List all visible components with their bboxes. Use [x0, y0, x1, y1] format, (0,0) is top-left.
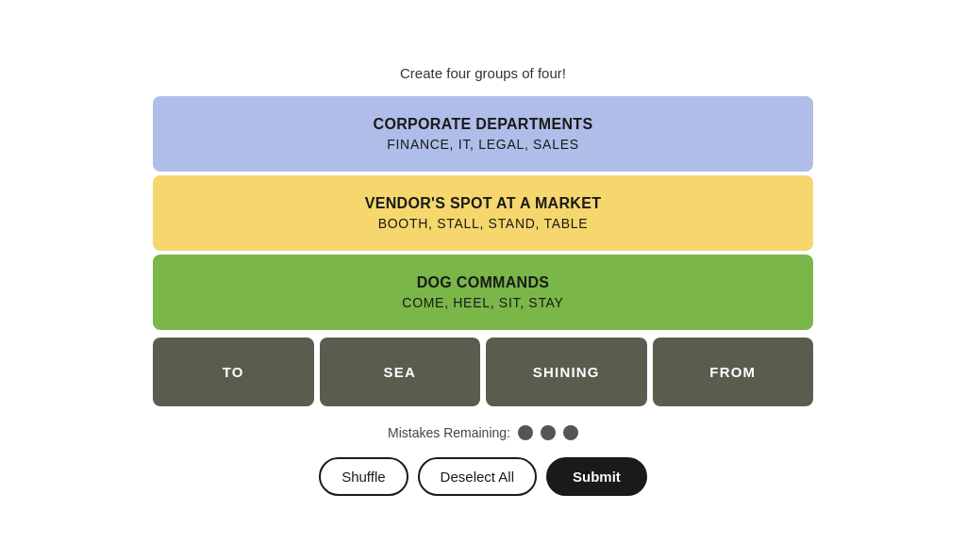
word-tile-from[interactable]: FROM [653, 338, 814, 406]
deselect-all-button[interactable]: Deselect All [418, 457, 537, 496]
group-tile-blue: CORPORATE DEPARTMENTS FINANCE, IT, LEGAL… [153, 96, 813, 172]
buttons-area: Shuffle Deselect All Submit [319, 457, 647, 496]
group-title-green: DOG COMMANDS [417, 274, 550, 291]
word-tile-to[interactable]: TO [153, 338, 314, 406]
mistake-dot-2 [541, 425, 556, 440]
groups-area: CORPORATE DEPARTMENTS FINANCE, IT, LEGAL… [153, 96, 813, 406]
group-tile-yellow: VENDOR'S SPOT AT A MARKET BOOTH, STALL, … [153, 175, 813, 251]
shuffle-button[interactable]: Shuffle [319, 457, 408, 496]
group-tile-green: DOG COMMANDS COME, HEEL, SIT, STAY [153, 255, 813, 330]
group-title-blue: CORPORATE DEPARTMENTS [374, 116, 593, 133]
group-words-green: COME, HEEL, SIT, STAY [402, 295, 563, 310]
group-title-yellow: VENDOR'S SPOT AT A MARKET [365, 195, 602, 212]
group-words-yellow: BOOTH, STALL, STAND, TABLE [378, 216, 589, 231]
mistake-dot-3 [563, 425, 578, 440]
mistakes-area: Mistakes Remaining: [388, 425, 578, 440]
word-tile-shining[interactable]: SHINING [486, 338, 647, 406]
tiles-row: TO SEA SHINING FROM [153, 338, 813, 406]
group-words-blue: FINANCE, IT, LEGAL, SALES [387, 137, 578, 152]
mistake-dot-1 [518, 425, 533, 440]
game-container: Create four groups of four! CORPORATE DE… [153, 65, 813, 496]
subtitle: Create four groups of four! [400, 65, 566, 81]
mistakes-label: Mistakes Remaining: [388, 425, 510, 440]
submit-button[interactable]: Submit [546, 457, 647, 496]
word-tile-sea[interactable]: SEA [320, 338, 481, 406]
